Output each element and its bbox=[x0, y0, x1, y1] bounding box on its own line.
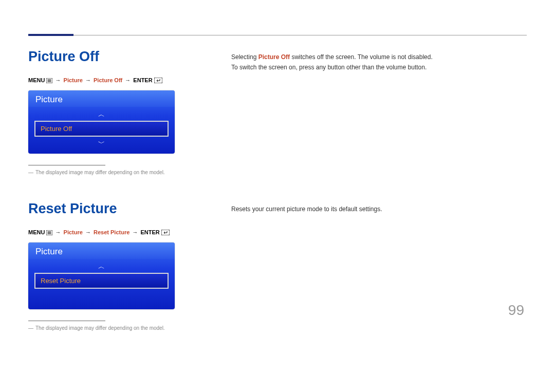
desc-pre: Resets your current picture mode to its … bbox=[231, 206, 382, 213]
path-picture: Picture bbox=[64, 229, 83, 235]
path-picture: Picture bbox=[64, 77, 83, 83]
menu-path: MENU → Picture → Picture Off → ENTER bbox=[28, 77, 180, 84]
menu-icon bbox=[46, 230, 52, 236]
footnote: ―The displayed image may differ dependin… bbox=[28, 325, 180, 331]
section-heading: Reset Picture bbox=[28, 201, 180, 217]
section-left: Reset Picture MENU → Picture → Reset Pic… bbox=[28, 201, 180, 331]
enter-icon bbox=[161, 230, 170, 236]
enter-label: ENTER bbox=[140, 229, 159, 235]
top-accent-bar bbox=[28, 34, 73, 36]
top-rule bbox=[28, 35, 527, 35]
arrow-icon: → bbox=[55, 229, 61, 235]
desc-pre: Selecting bbox=[231, 53, 258, 61]
desc-highlight: Picture Off bbox=[258, 53, 290, 61]
arrow-icon: → bbox=[85, 229, 91, 235]
page-number: 99 bbox=[508, 302, 524, 319]
path-reset-picture: Reset Picture bbox=[94, 229, 130, 235]
desc-line: To switch the screen on, press any butto… bbox=[231, 62, 527, 72]
osd-body: ︿ Picture Off ﹀ bbox=[28, 107, 175, 154]
enter-label: ENTER bbox=[133, 77, 152, 83]
arrow-icon: → bbox=[55, 77, 61, 83]
footnote-text: The displayed image may differ depending… bbox=[35, 325, 165, 331]
desc-pre: To switch the screen on, press any butto… bbox=[231, 64, 427, 71]
desc-line: Selecting Picture Off switches off the s… bbox=[231, 52, 527, 62]
osd-selected-item: Reset Picture bbox=[34, 273, 169, 289]
manual-page: Picture Off MENU → Picture → Picture Off… bbox=[0, 0, 555, 331]
osd-spacer bbox=[34, 291, 169, 303]
section-left: Picture Off MENU → Picture → Picture Off… bbox=[28, 49, 180, 175]
osd-preview: Picture ︿ Reset Picture bbox=[28, 242, 175, 309]
dash-icon: ― bbox=[28, 325, 33, 331]
section-picture-off: Picture Off MENU → Picture → Picture Off… bbox=[28, 49, 527, 175]
footnote-rule bbox=[28, 165, 105, 165]
osd-title: Picture bbox=[28, 90, 175, 107]
footnote-rule bbox=[28, 321, 105, 321]
desc-post: switches off the screen. The volume is n… bbox=[290, 53, 433, 61]
osd-title: Picture bbox=[28, 242, 175, 259]
menu-icon bbox=[46, 78, 52, 84]
menu-path: MENU → Picture → Reset Picture → ENTER bbox=[28, 229, 180, 236]
desc-line: Resets your current picture mode to its … bbox=[231, 204, 527, 214]
chevron-up-icon: ︿ bbox=[34, 110, 169, 119]
arrow-icon: → bbox=[85, 77, 91, 83]
section-description: Resets your current picture mode to its … bbox=[231, 201, 527, 331]
chevron-down-icon: ﹀ bbox=[34, 139, 169, 147]
section-heading: Picture Off bbox=[28, 49, 180, 65]
section-reset-picture: Reset Picture MENU → Picture → Reset Pic… bbox=[28, 201, 527, 331]
osd-body: ︿ Reset Picture bbox=[28, 259, 175, 309]
footnote-text: The displayed image may differ depending… bbox=[35, 170, 165, 175]
arrow-icon: → bbox=[132, 229, 138, 235]
section-description: Selecting Picture Off switches off the s… bbox=[231, 49, 527, 175]
enter-icon bbox=[154, 78, 162, 84]
dash-icon: ― bbox=[28, 170, 33, 175]
chevron-up-icon: ︿ bbox=[34, 262, 169, 271]
menu-label: MENU bbox=[28, 229, 45, 235]
osd-preview: Picture ︿ Picture Off ﹀ bbox=[28, 90, 175, 154]
page-content: Picture Off MENU → Picture → Picture Off… bbox=[28, 31, 527, 331]
osd-selected-item: Picture Off bbox=[34, 121, 169, 137]
path-picture-off: Picture Off bbox=[94, 77, 122, 83]
footnote: ―The displayed image may differ dependin… bbox=[28, 170, 180, 175]
menu-label: MENU bbox=[28, 77, 45, 83]
arrow-icon: → bbox=[125, 77, 131, 83]
